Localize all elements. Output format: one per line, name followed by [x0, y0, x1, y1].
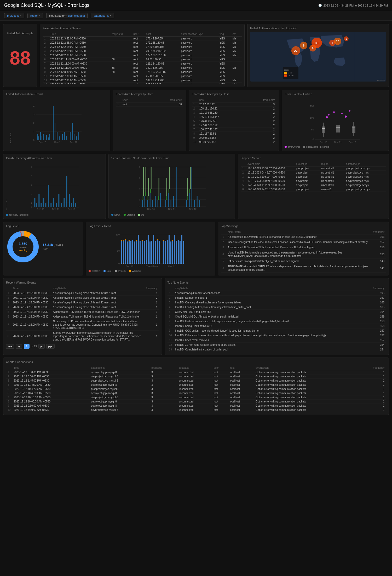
svg-rect-133	[142, 196, 143, 200]
svg-rect-136	[150, 189, 151, 193]
col-region: region	[320, 162, 344, 166]
table-row: 6 Cloud SQL MySQL IAM authentication plu…	[168, 314, 386, 319]
stopped-server-table: event_time project_id region database_id…	[241, 162, 386, 192]
first-page-btn[interactable]: ◀◀	[6, 344, 14, 349]
table-row: 8 InnoDB: Using Linux native AIO 158	[168, 324, 386, 329]
svg-rect-154	[191, 167, 192, 207]
table-row: 3 A deprecated TLS version TLSv1 is enab…	[221, 245, 386, 250]
failed-auth-title: Failed Auth Attempts	[7, 32, 33, 35]
table-row: 5 Query size: 1024, tag size: 256 164	[168, 310, 386, 314]
svg-rect-128	[149, 193, 150, 207]
last-page-btn[interactable]: ▶▶	[46, 344, 55, 349]
svg-text:Dec 12: Dec 12	[349, 141, 356, 143]
svg-rect-187	[129, 241, 130, 264]
svg-rect-146	[173, 196, 174, 207]
col-num	[116, 98, 121, 102]
svg-text:5: 5	[31, 165, 32, 168]
server-svg: 8 6 4 2 0	[111, 162, 232, 211]
svg-text:3: 3	[332, 42, 333, 44]
table-row: 1 2023-12-12 3:45:00 PM +0530 root 176.4…	[43, 37, 242, 41]
error-outlier-chart: 150 100 50 0	[285, 98, 386, 148]
stopped-server-panel: Stopped Server event_time project_id reg…	[238, 154, 389, 219]
error-dot	[89, 270, 91, 272]
table-row: 4 2023-12-12 11:45:00 AM +0530 qeproject…	[6, 383, 386, 387]
time-range: 🕐 2023-12-09 4:34:29 PM to 2023-12-12 4:…	[318, 4, 388, 7]
svg-text:10: 10	[336, 40, 339, 43]
col-database: database_id	[344, 162, 386, 166]
failed-auth-user-table: user frequency 1 root 88	[116, 98, 183, 107]
top-warnings-rows: 1 A deprecated TLS version TLSv1.1 is en…	[221, 234, 386, 273]
svg-rect-217	[176, 241, 177, 264]
svg-text:Dec 10: Dec 10	[37, 208, 44, 210]
filter-database-id[interactable]: database_id *	[91, 13, 114, 18]
svg-rect-143	[165, 200, 166, 207]
svg-rect-49	[74, 134, 74, 140]
svg-rect-147	[176, 167, 176, 207]
svg-text:1 - 13: 1 - 13	[288, 72, 292, 74]
svg-rect-214	[172, 241, 173, 264]
filter-bar: project_id * region * cloud.platform gcp…	[0, 11, 392, 21]
failed-auth-table-scroll[interactable]: Time requestId user host authenticationT…	[43, 32, 242, 84]
svg-text:0: 0	[139, 205, 140, 208]
legend-warning: Warning	[129, 270, 141, 272]
table-row: 10 InnoDB: If this mysqld execution user…	[168, 333, 386, 338]
table-row: 6 2023-12-12 4:15:00 PM +0530 A deprecat…	[6, 314, 159, 319]
table-row: 3 2023-12-12 1:45:00 PM +0530 devproject…	[6, 379, 386, 383]
current-page-btn[interactable]: 1	[24, 344, 30, 349]
filter-project-id[interactable]: project_id *	[4, 13, 24, 18]
user-location-title: Failed Authentication - User Location	[250, 27, 386, 30]
table-row: 2 2023-12-12 4:15:00 PM +0530 /usr/sbin/…	[6, 296, 159, 300]
row-2: Failed Authentication - Trend 0 1 2 3 4 …	[3, 90, 389, 151]
table-row: 10 95.90.225.143 2	[192, 140, 276, 144]
table-row: 7 2023-12-12 4:15:00 PM +0530 No existin…	[6, 319, 159, 331]
svg-rect-157	[199, 200, 200, 207]
svg-rect-48	[72, 123, 73, 140]
recovery-dot	[6, 214, 8, 216]
svg-text:Event Count: Event Count	[9, 133, 12, 143]
svg-text:Dec 11: Dec 11	[52, 208, 60, 210]
svg-rect-153	[189, 193, 189, 207]
table-row: 8 2023-12-12 10:00:00 AM +0530 qeproject…	[6, 400, 386, 404]
svg-rect-96	[38, 194, 39, 207]
svg-rect-156	[197, 196, 197, 207]
svg-rect-201	[149, 241, 151, 264]
table-row: 1 25.67.52.117 3	[192, 102, 276, 107]
svg-text:Dec 11: Dec 11	[168, 208, 176, 210]
svg-rect-141	[151, 167, 151, 189]
svg-rect-155	[194, 200, 195, 207]
trend-svg: 0 1 2 3 4 Event Count	[6, 98, 107, 143]
table-row: 10 2023-12-12 7:30:00 AM +0530 root 25.1…	[43, 74, 242, 78]
next-page-btn[interactable]: ▶	[38, 344, 45, 349]
svg-rect-103	[56, 203, 57, 207]
svg-text:2: 2	[139, 198, 140, 201]
prev-page-btn[interactable]: ◀	[16, 344, 22, 349]
filter-region[interactable]: region *	[27, 13, 43, 18]
failed-auth-user-panel: Failed Auth Attempts by User user freque…	[113, 90, 186, 151]
col-err: err	[231, 32, 242, 37]
crash-recovery-panel: Crash Recovery Attempts Over Time recove…	[3, 154, 106, 219]
svg-text:Dec 11: Dec 11	[147, 265, 154, 268]
svg-text:Dec 10: Dec 10	[126, 265, 134, 268]
table-row: 7 186.237.42.147 2	[192, 128, 276, 132]
map-svg: 9 30 8 3 10 27	[250, 32, 386, 82]
svg-rect-204	[155, 241, 156, 264]
outlier-svg: 150 100 50 0	[285, 98, 386, 143]
svg-text:2: 2	[33, 122, 34, 124]
table-row: 2 Insecure configuration for --secure-fi…	[221, 240, 386, 245]
table-row: 2 108.111.150.22 2	[192, 107, 276, 111]
col-num	[6, 286, 11, 291]
svg-text:Dec 12: Dec 12	[68, 208, 75, 210]
col-dbid: database_id	[89, 366, 150, 370]
top-notes-panel: Top Note Events msgDetails frequency 1 /…	[165, 278, 389, 355]
svg-point-69	[326, 116, 328, 118]
filter-cloud-platform[interactable]: cloud.platform gcp_cloudsql	[46, 13, 88, 18]
svg-rect-129	[152, 200, 153, 207]
svg-rect-191	[134, 241, 135, 264]
svg-rect-97	[41, 203, 42, 207]
table-row: 4 InnoDB: Loading buffer pool(s) from /m…	[168, 305, 386, 310]
svg-text:150: 150	[310, 105, 314, 107]
failed-auth-host-panel: Failed Auth Attempts by Host host freque…	[189, 90, 279, 151]
svg-rect-211	[167, 240, 168, 264]
stopped-server-rows: 1 12-12-2023 13:39:57:556 +0530 prodproj…	[241, 166, 386, 192]
failed-auth-panel: Failed Auth Attempts 88	[3, 24, 37, 87]
